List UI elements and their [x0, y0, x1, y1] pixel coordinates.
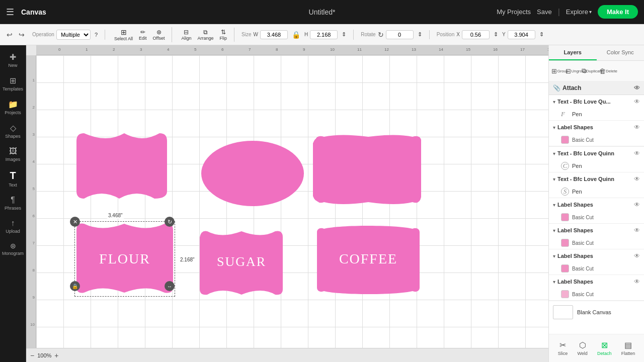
arrange-icon: ⧉ — [203, 29, 208, 36]
basic-cut-item-3[interactable]: Basic Cut — [549, 262, 644, 275]
label-shapes-2-header[interactable]: ▾ Label Shapes 👁 — [549, 224, 644, 237]
chevron-down-icon-1: ▾ — [553, 99, 555, 105]
text-bfc-header-1[interactable]: ▾ Text - Bfc Love Qu... 👁 — [549, 95, 644, 108]
sidebar-item-phrases[interactable]: ¶ Phrases — [2, 193, 25, 214]
shape-1[interactable] — [76, 133, 167, 199]
weld-icon: ⬡ — [579, 340, 586, 350]
shape-sugar[interactable]: SUGAR — [200, 231, 283, 295]
label-shapes-4-header[interactable]: ▾ Label Shapes 👁 — [549, 275, 644, 288]
y-input[interactable] — [508, 30, 535, 39]
basic-cut-item-attach[interactable]: Basic Cut — [549, 134, 644, 146]
x-input[interactable] — [462, 30, 490, 39]
blank-canvas-row: Blank Canvas — [549, 301, 644, 323]
shape-2[interactable] — [201, 141, 304, 206]
basic-cut-item-1[interactable]: Basic Cut — [549, 211, 644, 223]
label-shapes-1-header[interactable]: ▾ Label Shapes 👁 — [549, 198, 644, 211]
select-all-button[interactable]: ⊞ Select All — [112, 27, 135, 42]
explore-link[interactable]: Explore ▾ — [566, 8, 592, 16]
eye-icon-ls1a[interactable]: 👁 — [634, 201, 640, 208]
height-input[interactable] — [310, 30, 338, 39]
operation-help-button[interactable]: ? — [93, 31, 100, 39]
tab-color-sync[interactable]: Color Sync — [597, 45, 645, 60]
attach-eye-icon[interactable]: 👁 — [634, 84, 640, 92]
eye-icon-1[interactable]: 👁 — [634, 98, 640, 105]
height-arrows-icon[interactable]: ⇕ — [340, 30, 348, 39]
eye-icon-ls1[interactable]: 👁 — [634, 124, 640, 131]
attach-section: 📎 Attach 👁 ▾ Text - Bfc Love Qu... 👁 F P… — [549, 81, 644, 147]
eye-icon-3[interactable]: 👁 — [634, 175, 640, 183]
arrange-button[interactable]: ⧉ Arrange — [195, 28, 215, 42]
duplicate-button[interactable]: ⧉ Duplicate — [585, 64, 599, 78]
sidebar-item-new[interactable]: ✚ New — [2, 49, 25, 71]
tab-layers[interactable]: Layers — [549, 45, 597, 60]
delete-button[interactable]: 🗑 Delete — [601, 64, 615, 78]
undo-button[interactable]: ↩ — [4, 30, 15, 40]
pen-item-f[interactable]: F Pen — [549, 108, 644, 120]
zoom-out-button[interactable]: − — [30, 351, 34, 359]
offset-button[interactable]: ⊛ Offset — [151, 28, 167, 42]
save-button[interactable]: Save — [537, 8, 552, 16]
text-bfc-section-1: ▾ Text - Bfc Love Qu... 👁 F Pen — [549, 95, 644, 121]
sidebar-item-monogram[interactable]: ⊛ Monogram — [2, 239, 25, 259]
operation-select[interactable]: Multiple — [56, 30, 91, 40]
svg-text:COFFEE: COFFEE — [339, 251, 397, 266]
label-shapes-3-header[interactable]: ▾ Label Shapes 👁 — [549, 249, 644, 262]
group-button[interactable]: ⊞ Group — [553, 64, 567, 78]
canvas-area[interactable]: 0 1 2 3 4 5 6 7 8 9 10 11 12 13 14 15 16… — [26, 45, 548, 362]
eye-icon-ls2[interactable]: 👁 — [634, 227, 640, 234]
width-label: W — [253, 32, 258, 37]
sidebar-item-projects[interactable]: 📁 Projects — [2, 97, 25, 118]
sidebar-item-text[interactable]: T Text — [2, 167, 25, 191]
menu-icon[interactable]: ☰ — [6, 7, 14, 18]
detach-button[interactable]: ⊠ Detach — [594, 338, 615, 358]
text-bfc-section-3: ▾ Text - Bfc Love Quinn 👁 S Pen — [549, 172, 644, 198]
basic-cut-item-2[interactable]: Basic Cut — [549, 237, 644, 249]
pen-item-c[interactable]: C Pen — [549, 160, 644, 172]
x-arrows-icon[interactable]: ⇕ — [492, 30, 500, 39]
shape-coffee[interactable]: COFFEE — [317, 226, 420, 294]
basic-cut-item-4[interactable]: Basic Cut — [549, 288, 644, 300]
y-arrows-icon[interactable]: ⇕ — [537, 30, 546, 39]
sidebar-item-images[interactable]: 🖼 Images — [2, 144, 25, 165]
shape-3-clean[interactable] — [317, 135, 420, 204]
edit-button[interactable]: ✏ Edit — [137, 28, 149, 42]
text-bfc-header-3[interactable]: ▾ Text - Bfc Love Quinn 👁 — [549, 172, 644, 186]
text-bfc-header-2[interactable]: ▾ Text - Bfc Love Quinn 👁 — [549, 147, 644, 160]
align-button[interactable]: ⊟ Align — [179, 28, 193, 42]
label-shapes-1-title: Label Shapes — [557, 202, 632, 208]
ungroup-button[interactable]: ⊟ Ungroup — [569, 64, 583, 78]
rotate-input[interactable] — [386, 30, 414, 39]
offset-label: Offset — [153, 36, 165, 41]
svg-text:SUGAR: SUGAR — [217, 254, 266, 269]
eye-icon-2[interactable]: 👁 — [634, 150, 640, 157]
label-shapes-3: ▾ Label Shapes 👁 Basic Cut — [549, 249, 644, 275]
zoom-in-button[interactable]: + — [54, 351, 58, 359]
rotate-section: Rotate ↻ ⇕ — [361, 30, 429, 39]
slice-button[interactable]: ✂ Slice — [555, 338, 571, 358]
attach-header[interactable]: 📎 Attach 👁 — [549, 81, 644, 95]
flip-button[interactable]: ⇅ Flip — [218, 28, 229, 42]
sidebar-item-templates[interactable]: ⊞ Templates — [2, 73, 25, 95]
panel-tabs: Layers Color Sync — [549, 45, 644, 61]
weld-button[interactable]: ⬡ Weld — [574, 338, 590, 358]
rotate-arrows-icon[interactable]: ⇕ — [416, 30, 424, 39]
flatten-button[interactable]: ▤ Flatten — [618, 338, 638, 358]
my-projects-link[interactable]: My Projects — [497, 8, 531, 16]
sidebar-item-upload[interactable]: ↑ Upload — [2, 216, 25, 237]
label-shapes-attach-header[interactable]: ▾ Label Shapes 👁 — [549, 121, 644, 134]
width-lock-icon[interactable]: 🔒 — [290, 30, 302, 40]
pen-c-icon: C — [561, 162, 569, 170]
redo-button[interactable]: ↪ — [16, 30, 27, 40]
pen-item-s[interactable]: S Pen — [549, 186, 644, 198]
sidebar-item-shapes[interactable]: ◇ Shapes — [2, 120, 25, 142]
eye-icon-ls3[interactable]: 👁 — [634, 252, 640, 259]
slice-label: Slice — [558, 351, 568, 356]
basic-cut-label-2: Basic Cut — [572, 240, 594, 246]
eye-icon-ls4[interactable]: 👁 — [634, 278, 640, 285]
make-it-button[interactable]: Make It — [598, 5, 638, 19]
width-input[interactable] — [260, 30, 288, 39]
blank-canvas-label: Blank Canvas — [577, 309, 611, 315]
canvas-content[interactable]: FLOUR SUGAR COFFEE ✕ ↻ 🔒 ↔ — [36, 55, 548, 354]
shape-flour[interactable]: FLOUR — [76, 224, 173, 293]
pen-s-label: Pen — [572, 189, 640, 195]
